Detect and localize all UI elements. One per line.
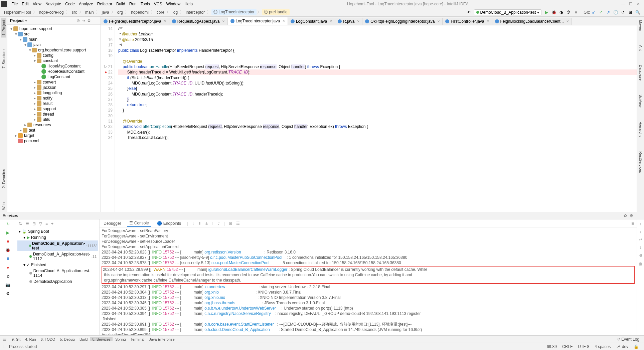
console-tool-icon[interactable]: ⊞	[229, 221, 232, 226]
tree-item[interactable]: ▸support	[7, 106, 101, 112]
file-encoding[interactable]: UTF-8	[575, 344, 592, 349]
bottom-tab[interactable]: 6: TODO	[39, 337, 57, 341]
tree-item[interactable]: LogConstant	[7, 74, 101, 79]
services-gear-icon[interactable]: ✿	[624, 213, 627, 218]
bottom-tab[interactable]: Build	[77, 337, 90, 341]
breadcrumb[interactable]: src	[70, 10, 78, 15]
back-icon[interactable]: ↶	[466, 9, 472, 15]
menu-help[interactable]: Help	[182, 2, 195, 6]
tree-expand-icon[interactable]: ⇅	[19, 221, 22, 226]
project-collapse-icon[interactable]: ⇥	[82, 18, 85, 23]
project-gear-icon[interactable]: ⚙	[87, 18, 91, 23]
tree-item[interactable]: ▸config	[7, 53, 101, 58]
bottom-tab[interactable]: 4: Run	[23, 337, 38, 341]
tree-item[interactable]: ▾java	[7, 42, 101, 47]
tree-item[interactable]: HopeResultConstant	[7, 69, 101, 74]
scroll-end-icon[interactable]: ⤓	[639, 245, 642, 250]
bottom-tab[interactable]: 8: Services	[90, 337, 112, 341]
stop-button[interactable]: ■	[573, 9, 579, 15]
indent-info[interactable]: 4 spaces	[592, 344, 613, 349]
breadcrumb-method[interactable]: ⓜ preHandle	[262, 9, 290, 15]
menu-vcs[interactable]: VCS	[152, 2, 164, 6]
bottom-tab[interactable]: Terminal	[129, 337, 147, 341]
coverage-button[interactable]: ◑	[558, 9, 564, 15]
services-hide-icon[interactable]: —	[636, 213, 640, 218]
git-commit-icon[interactable]: ✓	[598, 9, 604, 15]
debug-icon[interactable]: 🐞	[5, 247, 11, 253]
caret-position[interactable]: 69:89	[544, 344, 559, 349]
console-tool-icon[interactable]: ↓	[192, 221, 194, 226]
service-run-item[interactable]: DemoCloud_A_Application-test-1112 :11	[17, 251, 98, 262]
debugger-tab[interactable]: Debugger	[102, 220, 123, 226]
database-tab[interactable]: Database	[638, 63, 643, 82]
close-tab-icon[interactable]: ×	[567, 19, 569, 24]
editor-tab[interactable]: FeignRequestInterceptor.java×	[101, 18, 169, 25]
breakpoint-icon[interactable]: ●	[5, 265, 11, 270]
run-icon[interactable]: ▶	[5, 230, 11, 235]
favorites-tab[interactable]: 2: Favorites	[1, 167, 6, 190]
services-tree[interactable]: ⇅ ☰ ⊞ ▽ ≡ + ▾ 🍃 Spring Boot ▾ ▶ Running …	[16, 219, 100, 335]
menu-tools[interactable]: Tools	[139, 2, 152, 6]
services-running-group[interactable]: ▾ ▶ Running	[17, 234, 98, 240]
console-tool-icon[interactable]: ⬇	[198, 221, 201, 226]
tree-item[interactable]: ▾hope-core-support	[7, 26, 101, 31]
tree-add-icon[interactable]: +	[51, 221, 53, 226]
close-tab-icon[interactable]: ×	[164, 19, 166, 24]
services-settings-icon[interactable]: ⚙	[630, 213, 633, 218]
console-layout-icon[interactable]: ⊞	[631, 221, 635, 226]
minimize-icon[interactable]: —	[621, 2, 625, 6]
console-tool-icon[interactable]: ±	[205, 221, 208, 226]
menu-build[interactable]: Build	[114, 2, 127, 6]
services-finished-group[interactable]: ▾ ✓ Finished	[17, 262, 98, 268]
editor-tab[interactable]: LogConstant.java×	[288, 18, 335, 25]
git-update-icon[interactable]: ↙	[591, 9, 597, 15]
settings-icon[interactable]: ⊞	[627, 9, 633, 15]
close-tab-icon[interactable]: ×	[357, 19, 359, 24]
editor-tab[interactable]: LogTraceInterceptor.java×	[228, 17, 288, 25]
more-icon[interactable]: ⚙	[5, 291, 11, 296]
profiler-button[interactable]: ⏱	[566, 9, 572, 15]
tree-item[interactable]: ▾constant	[7, 58, 101, 63]
maximize-icon[interactable]: ☐	[629, 2, 633, 6]
project-view-selector[interactable]: ▾	[25, 18, 27, 23]
project-tab[interactable]: 1: Project	[1, 18, 6, 37]
menu-view[interactable]: View	[31, 2, 43, 6]
service-finished-item[interactable]: DemoBootApplication	[17, 279, 98, 285]
services-spring-boot[interactable]: ▾ 🍃 Spring Boot	[17, 228, 98, 234]
menu-run[interactable]: Run	[127, 2, 139, 6]
breadcrumb[interactable]: java	[101, 10, 111, 15]
breadcrumb[interactable]: main	[84, 10, 95, 15]
bottom-tab[interactable]: Java Enterprise	[147, 337, 176, 341]
git-push-icon[interactable]: ↗	[605, 9, 611, 15]
close-tab-icon[interactable]: ×	[283, 19, 285, 23]
search-icon[interactable]: 🔍	[635, 9, 641, 15]
camera-icon[interactable]: 📷	[5, 282, 11, 288]
tree-item[interactable]: ▸result	[7, 101, 101, 106]
breadcrumb[interactable]: core	[155, 10, 166, 15]
console-output[interactable]: ForDebuggerAware - setBeanFactoryForDebu…	[100, 227, 637, 335]
menu-code[interactable]: Code	[63, 2, 77, 6]
editor-tab[interactable]: R.java×	[335, 18, 362, 25]
bottom-tab[interactable]: Spring	[113, 337, 128, 341]
breadcrumb[interactable]: hope-core-log	[38, 10, 65, 15]
endpoints-tab[interactable]: 🔵 Endpoints	[155, 220, 183, 226]
tree-item[interactable]: ▸resources	[7, 122, 101, 128]
event-log-button[interactable]: ⊙ Event Log	[615, 337, 641, 342]
editor-gutter[interactable]: 1416171819↻ 21● 22232425262728293031↻ 32…	[101, 25, 115, 212]
close-tab-icon[interactable]: ×	[222, 19, 225, 24]
breadcrumb[interactable]: Hopehomi-Tool	[3, 10, 32, 15]
run-button[interactable]: ▶	[543, 9, 549, 15]
mute-icon[interactable]: ⊘	[5, 274, 11, 279]
rerun-icon[interactable]: ↻	[5, 221, 11, 227]
structure-tab[interactable]: 7: Structure	[1, 47, 6, 70]
menu-file[interactable]: File	[9, 2, 20, 6]
console-tab[interactable]: ☰ Console	[127, 220, 151, 227]
breadcrumb[interactable]: log	[171, 10, 179, 15]
tree-filter2-icon[interactable]: ▽	[39, 221, 42, 226]
editor-tab[interactable]: FirstController.java×	[443, 18, 492, 25]
close-tab-icon[interactable]: ×	[437, 19, 440, 24]
breadcrumb[interactable]: interceptor	[184, 10, 206, 15]
menu-analyze[interactable]: Analyze	[77, 2, 95, 6]
run-config-selector[interactable]: DemoCloud_B_Application-test▾	[474, 9, 542, 15]
tree-item[interactable]: ▸thread	[7, 112, 101, 117]
